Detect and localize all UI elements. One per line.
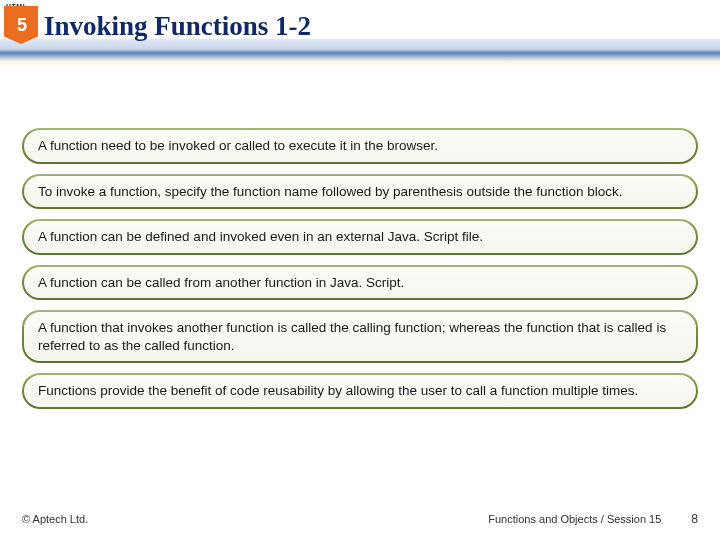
bullet-item: A function can be defined and invoked ev… [22, 219, 698, 255]
bullet-text: Functions provide the benefit of code re… [24, 375, 696, 407]
footer-copyright: © Aptech Ltd. [22, 513, 88, 525]
bullet-item: A function can be called from another fu… [22, 265, 698, 301]
slide-content: A function need to be invoked or called … [0, 68, 720, 409]
shield-icon: 5 [4, 6, 38, 44]
html5-logo: HTML 5 [4, 6, 38, 46]
bullet-item: A function that invokes another function… [22, 310, 698, 363]
footer-session: Functions and Objects / Session 15 [88, 513, 691, 525]
bullet-item: A function need to be invoked or called … [22, 128, 698, 164]
bullet-text: A function can be called from another fu… [24, 267, 696, 299]
slide-header: HTML 5 Invoking Functions 1-2 [0, 0, 720, 68]
bullet-text: A function can be defined and invoked ev… [24, 221, 696, 253]
title-row: HTML 5 Invoking Functions 1-2 [0, 0, 720, 46]
bullet-text: A function that invokes another function… [24, 312, 696, 361]
logo-number: 5 [17, 15, 25, 36]
slide-title: Invoking Functions 1-2 [44, 11, 311, 42]
bullet-text: A function need to be invoked or called … [24, 130, 696, 162]
footer-page-number: 8 [691, 512, 698, 526]
bullet-item: Functions provide the benefit of code re… [22, 373, 698, 409]
bullet-text: To invoke a function, specify the functi… [24, 176, 696, 208]
bullet-item: To invoke a function, specify the functi… [22, 174, 698, 210]
slide-footer: © Aptech Ltd. Functions and Objects / Se… [0, 512, 720, 526]
